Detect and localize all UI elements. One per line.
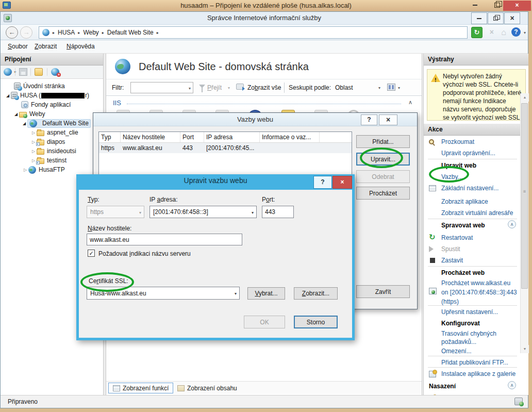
tree-item-diapos[interactable]: ▷ diapos — [1, 137, 104, 146]
help-dropdown-icon[interactable]: ▾ — [524, 30, 526, 35]
col-port[interactable]: Port — [180, 132, 204, 142]
action-failed-request-tracing-2[interactable]: požadavků... — [424, 337, 520, 347]
tree-item-husaftp[interactable]: ▷ HusaFTP — [1, 165, 104, 174]
tree-item-aspnet-client[interactable]: ▷ aspnet_clie — [1, 128, 104, 137]
app-close-button[interactable]: × — [504, 12, 520, 24]
add-binding-button[interactable]: Přidat... — [356, 135, 410, 148]
action-add-ftp-publishing[interactable]: Přidat publikování FTP... — [424, 358, 520, 367]
col-ip[interactable]: IP adresa — [204, 132, 260, 142]
actions-scrollbar[interactable]: ▲ ≡ ▼ — [520, 93, 528, 353]
scrollbar-thumb[interactable]: ≡ — [521, 103, 528, 289]
edit-help-button[interactable]: ? — [313, 176, 332, 189]
dropdown-icon[interactable]: ▾ — [189, 86, 191, 91]
ok-button[interactable]: OK — [244, 316, 285, 328]
expander-closed-icon[interactable]: ▷ — [22, 168, 28, 172]
scroll-down-icon[interactable]: ▼ — [521, 345, 529, 353]
rdp-minimize-button[interactable] — [467, 0, 483, 10]
view-certificate-button[interactable]: Zobrazit... — [294, 287, 338, 300]
action-explore[interactable]: Prozkoumat — [424, 137, 520, 146]
action-edit-permissions[interactable]: Upravit oprávnění... — [424, 149, 520, 158]
browse-binding-button[interactable]: Procházet — [356, 187, 410, 200]
menu-help[interactable]: Nápověda — [66, 43, 95, 50]
sni-checkbox[interactable]: ✓ — [88, 250, 95, 257]
ssl-certificate-select[interactable]: Husa-www.alkast.eu▾ — [87, 287, 240, 300]
tree-item-testinst[interactable]: ▷ testinst — [1, 156, 104, 165]
breadcrumb-item-site[interactable]: Default Web Site — [107, 29, 154, 36]
action-view-applications[interactable]: Zobrazit aplikace — [424, 197, 520, 206]
tab-features-view[interactable]: Zobrazení funkcí — [108, 383, 173, 393]
app-titlebar[interactable]: Správce Internetové informační služby — [1, 12, 528, 25]
bindings-help-button[interactable]: ? — [361, 114, 377, 125]
expander-open-icon[interactable]: ◢ — [21, 121, 27, 126]
breadcrumb-item-sites[interactable]: Weby — [83, 29, 98, 36]
action-basic-settings[interactable]: Základní nastavení... — [424, 184, 520, 193]
action-stop[interactable]: Zastavit — [424, 256, 520, 265]
action-view-virtual-dirs[interactable]: Zobrazit virtuální adresáře — [424, 208, 520, 218]
home-icon[interactable]: ⌂ — [501, 28, 506, 37]
help-icon[interactable]: ? — [511, 27, 521, 37]
stop-disabled-icon[interactable]: × — [490, 28, 494, 36]
rdp-restore-button[interactable] — [494, 3, 500, 8]
close-bindings-button[interactable]: Zavřít — [356, 285, 410, 298]
app-restore-button[interactable] — [488, 12, 504, 24]
forward-button[interactable]: → — [20, 26, 32, 39]
go-dropdown-icon[interactable]: ▾ — [228, 86, 230, 90]
app-minimize-button[interactable] — [471, 12, 487, 24]
expander-closed-icon[interactable]: ▷ — [30, 149, 37, 154]
view-mode-dropdown-icon[interactable]: ▾ — [398, 86, 400, 90]
expander-open-icon[interactable]: ◢ — [5, 93, 11, 98]
action-install-from-gallery[interactable]: Instalace aplikace z galerie — [424, 369, 520, 378]
rdp-close-button[interactable]: × — [503, 1, 531, 11]
action-bindings[interactable]: Vazby... — [424, 172, 520, 182]
edit-binding-button[interactable]: Upravit... — [356, 153, 410, 166]
action-limits[interactable]: Omezení... — [424, 347, 520, 356]
edit-close-button[interactable]: × — [332, 176, 352, 189]
col-type[interactable]: Typ — [99, 132, 121, 142]
host-name-input[interactable] — [87, 234, 242, 245]
expander-open-icon[interactable]: ◢ — [13, 112, 19, 117]
tree-item-default-web-site[interactable]: ◢ Default Web Site — [1, 119, 104, 128]
group-by-value[interactable]: Oblast — [335, 84, 353, 91]
action-browse-link[interactable]: Procházet www.alkast.eu — [424, 278, 520, 288]
back-button[interactable]: ← — [6, 26, 18, 39]
restart-refresh-icon[interactable]: ↻ — [471, 27, 483, 38]
bindings-close-button[interactable]: × — [379, 114, 397, 125]
action-advanced-settings[interactable]: Upřesnit nastavení... — [424, 307, 520, 317]
tree-item-sites[interactable]: ◢ Weby — [1, 109, 104, 119]
delete-connection-icon[interactable]: × — [51, 68, 59, 76]
select-certificate-button[interactable]: Vybrat... — [247, 287, 285, 300]
action-browse-link-2[interactable]: on [2001:470:6f:458::3]:443 — [424, 288, 520, 297]
menu-file[interactable]: Soubor — [8, 43, 28, 50]
tree-item-server[interactable]: ◢ HUSA (r) — [1, 91, 104, 100]
col-binding-info[interactable]: Informace o vaz... — [260, 132, 320, 142]
section-collapse-icon[interactable]: ∧ — [408, 99, 412, 106]
up-folder-icon[interactable] — [35, 68, 43, 76]
cancel-button[interactable]: Storno — [294, 316, 338, 328]
port-input[interactable] — [262, 206, 294, 218]
view-mode-icon[interactable] — [387, 84, 395, 91]
go-button[interactable]: Přejít — [207, 84, 222, 91]
ip-address-select[interactable]: [2001:470:6f:458::3]▾ — [149, 206, 257, 218]
breadcrumb-item-server[interactable]: HUSA — [58, 29, 75, 36]
tab-content-view[interactable]: Zobrazení obsahu — [173, 383, 241, 393]
col-host[interactable]: Název hostitele — [121, 132, 180, 142]
action-start[interactable]: Spustit — [424, 244, 520, 254]
group-by-dropdown-icon[interactable]: ▾ — [378, 86, 380, 90]
remove-binding-button[interactable]: Odebrat — [356, 170, 410, 183]
menu-view[interactable]: Zobrazit — [35, 43, 57, 50]
collapse-chevron-icon[interactable]: ∧ — [508, 220, 516, 228]
collapse-chevron-icon[interactable]: ∧ — [508, 381, 516, 389]
tree-item-app-pools[interactable]: Fondy aplikací — [1, 100, 104, 109]
type-select[interactable]: https▾ — [87, 206, 144, 218]
expander-closed-icon[interactable]: ▷ — [30, 130, 37, 135]
create-connection-icon[interactable]: ▾ — [4, 68, 12, 76]
tree-item-insideoutside[interactable]: ▷ insideoutsi — [1, 146, 104, 156]
rdp-titlebar[interactable]: husaadm – Připojení ke vzdálené ploše (h… — [0, 0, 532, 11]
action-restart[interactable]: ↻Restartovat — [424, 233, 520, 242]
filter-input[interactable]: ▾ — [130, 82, 193, 93]
binding-row[interactable]: https www.alkast.eu 443 [2001:470:6f:45.… — [99, 143, 352, 153]
show-all-button[interactable]: Zobrazit vše — [247, 84, 281, 91]
save-connections-icon[interactable] — [19, 68, 27, 76]
tree-item-start-page[interactable]: Úvodní stránka — [1, 81, 104, 91]
scroll-up-icon[interactable]: ▲ — [521, 93, 529, 102]
